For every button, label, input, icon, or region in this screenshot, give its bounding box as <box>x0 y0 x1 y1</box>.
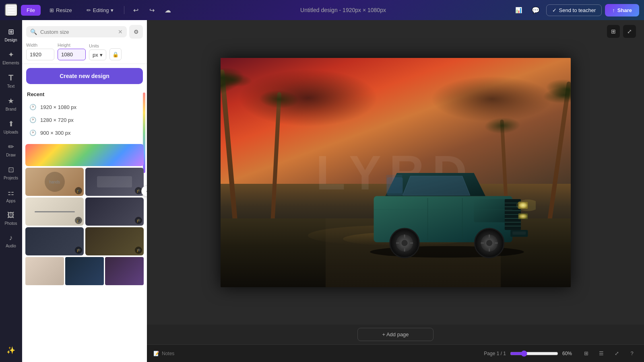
height-label: Height <box>58 43 86 47</box>
brand-label: Brand <box>6 107 17 111</box>
audio-icon: ♪ <box>9 234 13 242</box>
units-select[interactable]: px ▾ <box>89 49 106 60</box>
resize-icon: ⊞ <box>50 7 54 13</box>
thumbnail-grid-3col <box>22 257 147 287</box>
clock-icon-3: 🕐 <box>29 130 36 136</box>
apps-label: Apps <box>6 199 16 203</box>
status-bar: 📝 Notes Page 1 / 1 60% ⊞ ☰ ⤢ <box>147 344 644 362</box>
sidebar-item-text[interactable]: T Text <box>1 70 21 92</box>
document-title: Untitled design - 1920px × 1080px <box>178 7 508 13</box>
list-view-button[interactable]: ☰ <box>596 348 607 359</box>
undo-button[interactable]: ↩ <box>129 4 142 16</box>
add-page-button[interactable]: + Add page <box>357 328 433 341</box>
photos-label: Photos <box>4 221 17 226</box>
jeep-svg <box>343 131 536 269</box>
brand-icon: ★ <box>8 97 14 105</box>
thumbnail-item-4[interactable]: 🎓 <box>85 197 144 226</box>
thumbnail-item-6[interactable]: 🎓 <box>85 227 144 255</box>
thumb-overlay-3: 🎓 <box>75 217 82 224</box>
draw-label: Draw <box>6 153 15 157</box>
thumbnail-3-item-3[interactable] <box>105 257 144 285</box>
sidebar-item-photos[interactable]: 🖼 Photos <box>1 208 21 229</box>
units-label: Units <box>89 43 106 48</box>
svg-point-23 <box>486 240 492 246</box>
thumbnail-item-rainbow[interactable] <box>25 144 144 166</box>
thumbnail-grid: hands 🎓 🎓 🎓 🎓 <box>22 142 147 257</box>
send-teacher-button[interactable]: ✓ Send to teacher <box>546 4 602 16</box>
create-new-design-button[interactable]: Create new design <box>26 68 143 84</box>
comment-button[interactable]: 💬 <box>528 4 543 16</box>
aspect-lock-button[interactable]: 🔒 <box>109 48 122 60</box>
main-layout: ⊞ Design ✦ Elements T Text ★ Brand ⬆ Upl… <box>0 20 644 362</box>
zoom-percentage: 60% <box>562 351 576 356</box>
redo-icon: ↪ <box>149 6 155 14</box>
add-page-area: + Add page <box>147 325 644 344</box>
elements-icon: ✦ <box>8 50 14 59</box>
fullscreen-icon: ⤢ <box>615 350 619 356</box>
thumbnail-item-1[interactable]: hands 🎓 <box>25 168 84 196</box>
search-clear-button[interactable]: ✕ <box>118 29 123 35</box>
canvas-viewport[interactable]: LYRD <box>147 20 644 325</box>
text-label: Text <box>7 84 14 88</box>
thumb-overlay-4: 🎓 <box>135 217 142 224</box>
editing-pencil-icon: ✏ <box>87 7 91 13</box>
analytics-icon: 📊 <box>515 7 522 13</box>
recent-size-3: 900 × 300 px <box>40 130 71 136</box>
file-button[interactable]: File <box>21 5 41 16</box>
scene-background: LYRD <box>221 58 571 287</box>
thumbnail-item-5[interactable]: 🎓 <box>25 227 84 255</box>
analytics-button[interactable]: 📊 <box>512 4 525 16</box>
grid-icon: ⊞ <box>584 350 588 356</box>
thumbnail-3-item-2[interactable] <box>65 257 104 285</box>
recent-section: Recent 🕐 1920 × 1080 px 🕐 1280 × 720 px … <box>22 88 147 142</box>
audio-label: Audio <box>6 244 16 248</box>
recent-item-2[interactable]: 🕐 1280 × 720 px <box>27 113 142 126</box>
canvas-expand-button[interactable]: ⤢ <box>623 25 636 38</box>
filter-button[interactable]: ⚙ <box>129 25 143 39</box>
save-cloud-button[interactable]: ☁ <box>161 4 174 16</box>
editing-button[interactable]: ✏ Editing ▾ <box>81 5 120 16</box>
separator-1 <box>124 6 124 14</box>
recent-size-1: 1920 × 1080 px <box>40 104 76 110</box>
sidebar-item-elements[interactable]: ✦ Elements <box>1 47 21 68</box>
grid-view-button[interactable]: ⊞ <box>580 348 592 359</box>
recent-size-2: 1280 × 720 px <box>40 117 74 123</box>
sidebar-item-uploads[interactable]: ⬆ Uploads <box>1 116 21 138</box>
page-indicator: Page 1 / 1 <box>484 351 506 356</box>
menu-icon-button[interactable] <box>5 4 18 16</box>
sidebar-item-magic[interactable]: ✨ <box>1 343 21 358</box>
lock-icon: 🔒 <box>112 51 119 58</box>
recent-item-3[interactable]: 🕐 900 × 300 px <box>27 126 142 139</box>
fullscreen-button[interactable]: ⤢ <box>611 348 622 359</box>
notes-icon: 📝 <box>153 351 159 356</box>
sidebar-item-apps[interactable]: ⚏ Apps <box>1 185 21 206</box>
design-icon: ⊞ <box>8 27 14 36</box>
search-icon: 🔍 <box>30 29 37 35</box>
sidebar-item-brand[interactable]: ★ Brand <box>1 93 21 115</box>
share-button[interactable]: ↑ Share <box>605 4 639 16</box>
sidebar-item-projects[interactable]: ⊡ Projects <box>1 162 21 183</box>
clock-icon-1: 🕐 <box>29 104 36 110</box>
resize-button[interactable]: ⊞ Resize <box>44 5 78 16</box>
sidebar-item-design[interactable]: ⊞ Design <box>1 24 21 45</box>
height-input[interactable] <box>58 49 86 60</box>
width-field: Width <box>26 43 54 60</box>
thumbnail-3-item-1[interactable] <box>25 257 64 285</box>
search-input[interactable] <box>40 29 115 35</box>
height-field: Height <box>58 43 86 60</box>
width-input[interactable] <box>26 49 54 60</box>
thumb-overlay-6: 🎓 <box>135 247 142 254</box>
help-button[interactable]: ? <box>626 348 638 359</box>
thumbnail-item-2[interactable]: 🎓 <box>85 168 144 196</box>
thumbnail-item-3[interactable]: 🎓 <box>25 197 84 226</box>
recent-item-1[interactable]: 🕐 1920 × 1080 px <box>27 101 142 113</box>
sidebar-item-draw[interactable]: ✏ Draw <box>1 139 21 160</box>
notes-label: Notes <box>162 351 174 356</box>
redo-button[interactable]: ↪ <box>145 4 158 16</box>
help-icon: ? <box>630 350 633 356</box>
zoom-slider[interactable] <box>510 350 558 357</box>
size-row: Width Height Units px ▾ 🔒 <box>26 43 143 60</box>
canvas-copy-button[interactable]: ⊞ <box>607 25 620 38</box>
sidebar-item-audio[interactable]: ♪ Audio <box>1 230 21 251</box>
design-label: Design <box>4 38 17 42</box>
